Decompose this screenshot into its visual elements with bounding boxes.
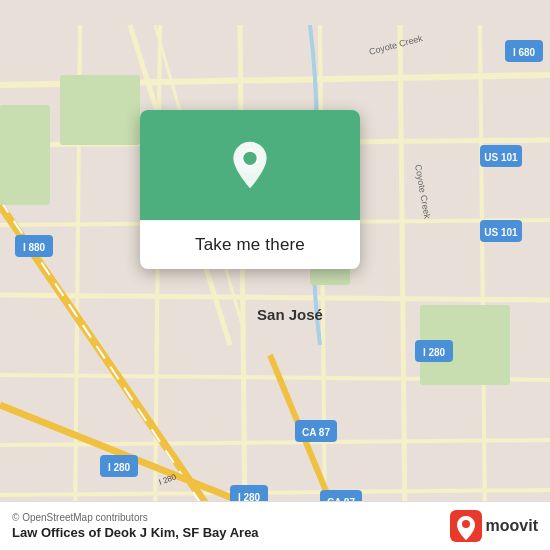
svg-point-51: [462, 520, 470, 528]
popup-green-section: [140, 110, 360, 220]
svg-text:San José: San José: [257, 306, 323, 323]
map-container: I 880 I 280 I 280 US 101 US 101 I 280 I …: [0, 0, 550, 550]
location-name: Law Offices of Deok J Kim, SF Bay Area: [12, 525, 259, 540]
svg-point-48: [243, 152, 256, 165]
svg-text:CA 87: CA 87: [302, 427, 330, 438]
map-background: I 880 I 280 I 280 US 101 US 101 I 280 I …: [0, 0, 550, 550]
svg-rect-21: [0, 105, 50, 205]
svg-text:I 680: I 680: [513, 47, 536, 58]
moovit-logo: moovit: [450, 510, 538, 542]
copyright-text: © OpenStreetMap contributors: [12, 512, 259, 523]
popup-card: Take me there: [140, 110, 360, 269]
svg-text:I 280: I 280: [423, 347, 446, 358]
svg-text:US 101: US 101: [484, 152, 518, 163]
svg-text:US 101: US 101: [484, 227, 518, 238]
moovit-brand-icon: [450, 510, 482, 542]
svg-text:I 280: I 280: [108, 462, 131, 473]
popup-button-section[interactable]: Take me there: [140, 220, 360, 269]
take-me-there-button[interactable]: Take me there: [195, 235, 305, 255]
svg-text:I 880: I 880: [23, 242, 46, 253]
bottom-left: © OpenStreetMap contributors Law Offices…: [12, 512, 259, 540]
location-pin-icon: [225, 140, 275, 190]
svg-rect-20: [60, 75, 140, 145]
moovit-text: moovit: [486, 517, 538, 535]
bottom-bar: © OpenStreetMap contributors Law Offices…: [0, 501, 550, 550]
